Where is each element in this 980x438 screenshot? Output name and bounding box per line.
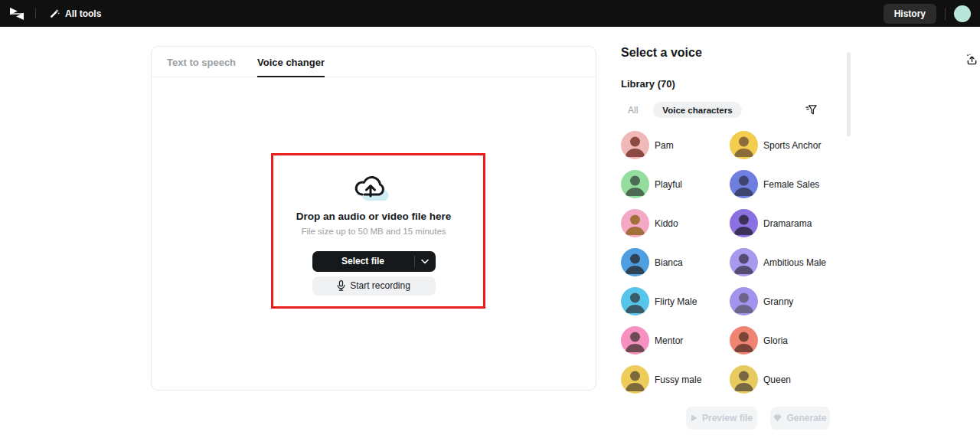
voice-avatar	[621, 365, 649, 394]
voice-avatar	[730, 326, 758, 355]
voice-item[interactable]: Fussy male	[621, 365, 730, 394]
drop-zone-subtitle: File size up to 50 MB and 15 minutes	[301, 227, 446, 236]
filter-chip-row: All Voice characters	[621, 102, 843, 118]
topbar-divider	[35, 8, 36, 18]
generate-button[interactable]: Generate	[770, 407, 830, 430]
voice-item[interactable]: Female Sales	[730, 170, 843, 198]
voice-item[interactable]: Ambitious Male	[730, 248, 843, 276]
voice-avatar	[621, 170, 649, 198]
microphone-icon	[337, 280, 345, 291]
voice-grid: Pam Sports Anchor Playful Female Sales K…	[621, 131, 843, 394]
voice-avatar	[730, 131, 758, 159]
voice-name: Dramarama	[763, 218, 812, 229]
select-file-button[interactable]: Select file	[312, 251, 436, 272]
topbar-divider	[945, 8, 946, 20]
voice-select-panel: Select a voice Library (70) All Voice ch…	[621, 46, 843, 398]
voice-name: Ambitious Male	[763, 257, 826, 268]
voice-item[interactable]: Granny	[730, 287, 843, 315]
voice-avatar	[621, 131, 649, 159]
filter-funnel-icon[interactable]	[805, 104, 817, 116]
voice-item[interactable]: Sports Anchor	[730, 131, 843, 159]
voice-item[interactable]: Mentor	[621, 326, 730, 355]
voice-name: Playful	[655, 179, 682, 190]
voice-avatar	[730, 365, 758, 394]
user-avatar[interactable]	[954, 5, 971, 22]
cloud-upload-icon	[354, 172, 394, 204]
history-button[interactable]: History	[884, 4, 936, 24]
voice-item[interactable]: Pam	[621, 131, 730, 159]
tab-bar: Text to speech Voice changer	[152, 47, 596, 77]
voice-avatar	[621, 248, 649, 276]
voice-name: Mentor	[655, 335, 683, 346]
voice-item[interactable]: Playful	[621, 170, 730, 198]
start-recording-label: Start recording	[350, 280, 410, 291]
panel-title: Select a voice	[621, 46, 702, 60]
filter-chip-all[interactable]: All	[621, 105, 645, 116]
voice-name: Granny	[763, 296, 793, 307]
voice-avatar	[730, 287, 758, 315]
voice-item[interactable]: Bianca	[621, 248, 730, 276]
voice-avatar	[730, 248, 758, 276]
generate-label: Generate	[786, 413, 826, 423]
voice-item[interactable]: Flirty Male	[621, 287, 730, 315]
filter-chip-voice-characters[interactable]: Voice characters	[653, 102, 741, 118]
voice-name: Fussy male	[655, 374, 701, 385]
chevron-down-icon[interactable]	[415, 259, 436, 264]
voice-avatar	[621, 287, 649, 315]
voice-name: Bianca	[655, 257, 683, 268]
top-bar: All tools History	[0, 0, 980, 27]
voice-avatar	[730, 170, 758, 198]
file-drop-zone[interactable]: Drop an audio or video file here File si…	[152, 77, 596, 390]
start-recording-button[interactable]: Start recording	[312, 276, 436, 296]
all-tools-button[interactable]: All tools	[49, 8, 101, 19]
voice-avatar	[621, 209, 649, 237]
voice-item[interactable]: Dramarama	[730, 209, 843, 237]
drop-zone-title: Drop an audio or video file here	[296, 211, 452, 222]
tab-text-to-speech[interactable]: Text to speech	[167, 57, 236, 77]
capcut-logo-icon[interactable]	[8, 7, 25, 21]
all-tools-label: All tools	[65, 8, 101, 19]
voice-import-icon[interactable]	[966, 54, 978, 68]
voice-item[interactable]: Kiddo	[621, 209, 730, 237]
voice-name: Flirty Male	[655, 296, 697, 307]
voice-name: Pam	[655, 140, 674, 151]
voice-item[interactable]: Gloria	[730, 326, 843, 355]
library-count-label: Library (70)	[621, 78, 843, 90]
voice-changer-card: Text to speech Voice changer Drop an aud…	[151, 46, 596, 391]
voice-name: Queen	[763, 374, 791, 385]
credit-gem-icon	[773, 414, 782, 422]
voice-name: Female Sales	[763, 179, 819, 190]
voice-name: Sports Anchor	[763, 140, 821, 151]
preview-file-label: Preview file	[702, 413, 753, 423]
voice-name: Kiddo	[655, 218, 678, 229]
voice-avatar	[621, 326, 649, 355]
preview-file-button[interactable]: Preview file	[686, 407, 757, 430]
voice-item[interactable]: Queen	[730, 365, 843, 394]
select-file-label: Select file	[312, 256, 414, 266]
scrollbar-thumb[interactable]	[847, 52, 851, 136]
play-icon	[691, 414, 697, 422]
voice-name: Gloria	[763, 335, 788, 346]
voice-avatar	[730, 209, 758, 237]
magic-wand-icon	[49, 8, 60, 19]
tab-voice-changer[interactable]: Voice changer	[257, 57, 325, 77]
